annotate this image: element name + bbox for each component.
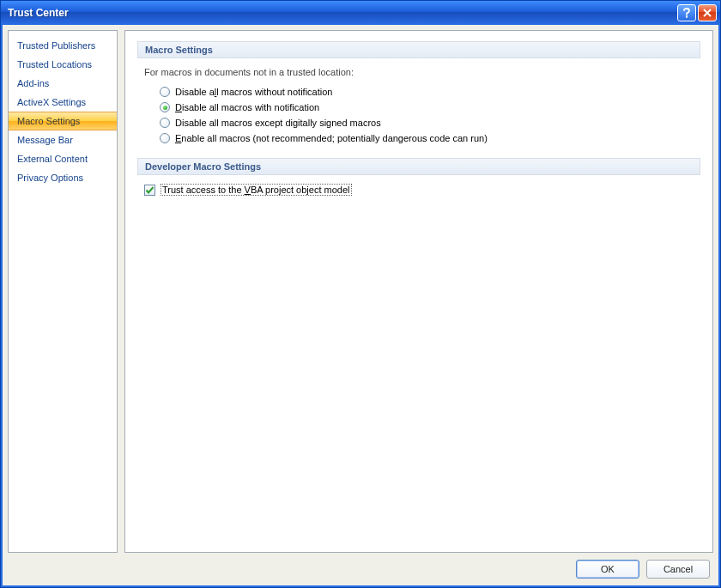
dialog-footer: OK Cancel xyxy=(8,553,713,580)
radio-icon xyxy=(160,118,170,128)
sidebar-item-external-content[interactable]: External Content xyxy=(9,149,117,168)
sidebar-item-trusted-locations[interactable]: Trusted Locations xyxy=(9,55,117,74)
close-icon xyxy=(703,9,712,17)
ok-button[interactable]: OK xyxy=(576,560,639,579)
macro-location-note: For macros in documents not in a trusted… xyxy=(144,67,700,77)
checkmark-icon xyxy=(145,185,154,195)
radio-label: Disable all macros except digitally sign… xyxy=(175,118,381,128)
sidebar-item-activex-settings[interactable]: ActiveX Settings xyxy=(9,93,117,112)
close-button[interactable] xyxy=(698,4,717,21)
section-header-macro-settings: Macro Settings xyxy=(137,41,700,58)
radio-label: Enable all macros (not recommended; pote… xyxy=(175,133,488,143)
sidebar-item-privacy-options[interactable]: Privacy Options xyxy=(9,168,117,187)
radio-label: Disable all macros with notification xyxy=(175,102,319,112)
settings-content: Macro Settings For macros in documents n… xyxy=(124,30,713,553)
radio-disable-without-notification[interactable]: Disable all macros without notification xyxy=(160,84,700,100)
cancel-button[interactable]: Cancel xyxy=(646,560,710,579)
sidebar-item-message-bar[interactable]: Message Bar xyxy=(9,130,117,149)
radio-icon xyxy=(160,133,170,143)
radio-disable-except-signed[interactable]: Disable all macros except digitally sign… xyxy=(160,115,700,130)
category-sidebar: Trusted Publishers Trusted Locations Add… xyxy=(8,30,118,553)
sidebar-item-macro-settings[interactable]: Macro Settings xyxy=(9,112,117,130)
window-title: Trust Center xyxy=(8,7,677,19)
checkbox-trust-vba-access[interactable]: Trust access to the VBA project object m… xyxy=(144,184,700,196)
radio-enable-all-macros[interactable]: Enable all macros (not recommended; pote… xyxy=(160,130,700,146)
titlebar[interactable]: Trust Center xyxy=(1,1,720,25)
help-button[interactable] xyxy=(677,4,696,21)
radio-icon xyxy=(160,87,170,97)
section-header-developer-macro-settings: Developer Macro Settings xyxy=(137,158,700,175)
checkbox-label: Trust access to the VBA project object m… xyxy=(161,184,352,196)
checkbox-icon xyxy=(144,185,155,196)
sidebar-item-add-ins[interactable]: Add-ins xyxy=(9,74,117,93)
trust-center-dialog: Trust Center Trusted Publishers Trusted … xyxy=(0,0,721,588)
macro-options-group: Disable all macros without notification … xyxy=(160,84,700,146)
radio-disable-with-notification[interactable]: Disable all macros with notification xyxy=(160,100,700,115)
radio-icon xyxy=(160,102,170,112)
sidebar-item-trusted-publishers[interactable]: Trusted Publishers xyxy=(9,36,117,55)
help-icon xyxy=(682,8,691,18)
radio-label: Disable all macros without notification xyxy=(175,87,332,97)
